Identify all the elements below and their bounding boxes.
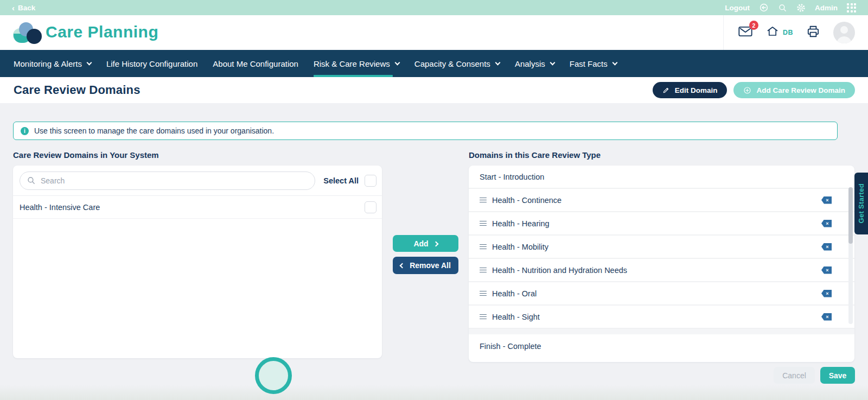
search-input[interactable] xyxy=(20,172,315,190)
nav-item-label: Life History Configuration xyxy=(106,59,197,68)
care-planning-app: ‹ Back Logout Admin xyxy=(0,0,868,400)
edit-domain-button[interactable]: Edit Domain xyxy=(653,82,727,98)
selected-domain-label: Health - Continence xyxy=(492,196,561,205)
page-header: Care Review Domains Edit Domain Add Care… xyxy=(0,77,868,103)
selected-domain-row-health-hearing[interactable]: Health - Hearing× xyxy=(469,212,854,236)
add-button[interactable]: Add xyxy=(393,235,458,252)
chevron-left-icon xyxy=(400,263,405,269)
apps-grid-icon[interactable] xyxy=(847,3,856,12)
nav-item-label: Analysis xyxy=(515,59,545,68)
back-button[interactable]: ‹ Back xyxy=(12,4,35,12)
utility-bar: ‹ Back Logout Admin xyxy=(0,0,868,15)
gear-icon[interactable] xyxy=(796,3,806,12)
get-started-label: Get Started xyxy=(857,183,865,223)
info-banner: i Use this screen to manage the care dom… xyxy=(13,122,838,140)
logout-button[interactable]: Logout xyxy=(725,4,750,12)
drag-handle-icon[interactable] xyxy=(480,268,487,273)
drag-handle-icon[interactable] xyxy=(480,244,487,250)
remove-domain-button[interactable]: × xyxy=(821,243,832,251)
save-button[interactable]: Save xyxy=(820,367,855,384)
select-all-checkbox[interactable] xyxy=(365,175,376,187)
remove-all-button-label: Remove All xyxy=(410,261,451,270)
chevron-down-icon xyxy=(86,60,92,66)
selected-domains-list: Start - IntroductionHealth - Continence×… xyxy=(469,166,854,358)
remove-domain-button[interactable]: × xyxy=(821,220,832,227)
drag-handle-icon[interactable] xyxy=(480,314,487,320)
print-button[interactable] xyxy=(806,24,820,41)
search-icon[interactable] xyxy=(778,3,787,12)
selected-domain-label: Finish - Complete xyxy=(480,342,541,351)
available-domains-list: Health - Intensive Care xyxy=(13,196,382,219)
select-all-label: Select All xyxy=(323,176,359,185)
drag-handle-icon[interactable] xyxy=(480,221,487,226)
remove-domain-button[interactable]: × xyxy=(821,196,832,204)
chevron-right-icon xyxy=(433,241,438,246)
nav-item-label: Fast Facts xyxy=(570,59,608,68)
nav-item-capacity-consents[interactable]: Capacity & Consents xyxy=(414,50,500,77)
chevron-left-icon: ‹ xyxy=(12,4,15,12)
selected-domain-row-health-continence[interactable]: Health - Continence× xyxy=(469,189,854,212)
app-logo-icon xyxy=(13,22,41,45)
messages-button[interactable]: 2 xyxy=(738,25,753,40)
selected-domains-panel: Start - IntroductionHealth - Continence×… xyxy=(469,166,854,362)
nav-item-analysis[interactable]: Analysis xyxy=(515,50,554,77)
selected-domain-row-health-sight[interactable]: Health - Sight× xyxy=(469,306,854,329)
search-icon xyxy=(27,176,36,187)
cancel-button[interactable]: Cancel xyxy=(774,367,815,384)
footer-fade xyxy=(0,385,868,400)
environment-label: DB xyxy=(783,29,793,36)
nav-item-life-history-configuration[interactable]: Life History Configuration xyxy=(106,50,197,77)
nav-item-fast-facts[interactable]: Fast Facts xyxy=(570,50,617,77)
onboarding-beacon xyxy=(255,357,292,394)
info-banner-text: Use this screen to manage the care domai… xyxy=(34,126,274,135)
plus-circle-icon xyxy=(743,86,751,94)
nav-item-label: About Me Configuration xyxy=(213,59,298,68)
app-header: Care Planning 2 DB xyxy=(0,15,868,50)
home-button[interactable]: DB xyxy=(766,25,793,40)
admin-menu[interactable]: Admin xyxy=(815,4,838,12)
selected-domain-row-health-nutrition-and-hydration-needs[interactable]: Health - Nutrition and Hydration Needs× xyxy=(469,259,854,282)
row-spacer xyxy=(469,329,854,334)
nav-item-monitoring-alerts[interactable]: Monitoring & Alerts xyxy=(14,50,91,77)
selected-domain-label: Health - Nutrition and Hydration Needs xyxy=(492,266,627,275)
available-domain-row: Health - Intensive Care xyxy=(13,196,382,219)
selected-domain-row-finish-complete: Finish - Complete xyxy=(469,334,854,358)
scrollbar-track[interactable] xyxy=(848,187,853,324)
available-domains-panel: Select All Health - Intensive Care xyxy=(13,166,382,358)
nav-item-about-me-configuration[interactable]: About Me Configuration xyxy=(213,50,298,77)
chevron-down-icon xyxy=(612,60,617,66)
selected-domain-row-health-mobility[interactable]: Health - Mobility× xyxy=(469,236,854,259)
chevron-down-icon xyxy=(550,60,555,66)
selected-domain-label: Health - Hearing xyxy=(492,219,550,228)
drag-handle-icon[interactable] xyxy=(480,198,487,203)
nav-item-label: Capacity & Consents xyxy=(414,59,490,68)
home-icon xyxy=(766,25,779,40)
remove-domain-button[interactable]: × xyxy=(821,266,832,274)
nav-item-label: Risk & Care Reviews xyxy=(314,59,390,68)
edit-domain-label: Edit Domain xyxy=(675,86,718,94)
notification-badge: 2 xyxy=(749,21,758,30)
logout-icon[interactable] xyxy=(759,3,769,12)
back-label: Back xyxy=(18,4,35,12)
pencil-icon xyxy=(662,86,670,94)
remove-all-button[interactable]: Remove All xyxy=(393,257,458,274)
chevron-down-icon xyxy=(495,60,500,66)
add-button-label: Add xyxy=(413,239,428,248)
selected-domain-label: Health - Sight xyxy=(492,313,540,321)
domain-checkbox[interactable] xyxy=(365,201,376,213)
add-care-review-domain-label: Add Care Review Domain xyxy=(756,86,845,94)
selected-domain-row-health-oral[interactable]: Health - Oral× xyxy=(469,282,854,306)
add-care-review-domain-button[interactable]: Add Care Review Domain xyxy=(733,82,855,98)
remove-domain-button[interactable]: × xyxy=(821,290,832,297)
get-started-tab[interactable]: Get Started xyxy=(854,173,868,234)
remove-domain-button[interactable]: × xyxy=(821,313,832,321)
available-domain-label: Health - Intensive Care xyxy=(20,203,100,212)
selected-domain-label: Start - Introduction xyxy=(480,173,544,181)
nav-item-risk-care-reviews[interactable]: Risk & Care Reviews xyxy=(314,50,399,77)
chevron-down-icon xyxy=(394,60,400,66)
available-domains-heading: Care Review Domains in Your System xyxy=(13,150,159,160)
nav-item-label: Monitoring & Alerts xyxy=(14,59,82,68)
user-avatar[interactable] xyxy=(833,22,855,43)
scrollbar-thumb[interactable] xyxy=(848,187,853,244)
drag-handle-icon[interactable] xyxy=(480,291,487,296)
